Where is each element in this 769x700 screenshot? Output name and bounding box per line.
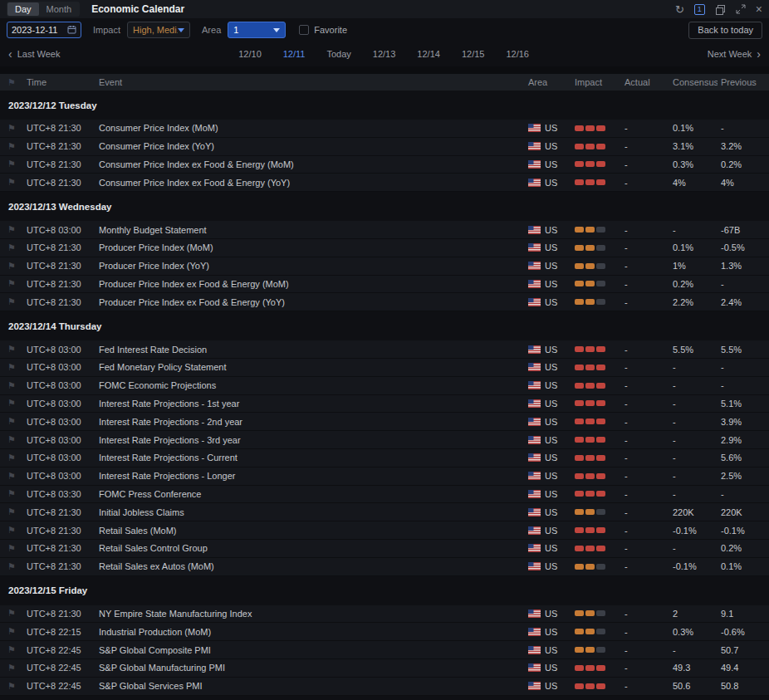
bookmark-icon[interactable]: ⚑ (7, 225, 16, 234)
week-day-12-13[interactable]: 12/13 (373, 49, 396, 59)
tab-day[interactable]: Day (7, 2, 39, 16)
event-row[interactable]: ⚑UTC+8 03:30FOMC Press ConferenceUS--- (0, 486, 769, 504)
week-day-today[interactable]: Today (326, 49, 350, 59)
last-week-button[interactable]: ‹ Last Week (8, 47, 60, 61)
bookmark-icon[interactable]: ⚑ (7, 262, 16, 271)
event-time: UTC+8 03:00 (23, 417, 96, 427)
impact-indicator (575, 125, 618, 131)
bookmark-icon[interactable]: ⚑ (7, 399, 16, 408)
event-row[interactable]: ⚑UTC+8 21:30Retail Sales ex Autos (MoM)U… (0, 558, 769, 576)
bookmark-icon[interactable]: ⚑ (7, 526, 16, 535)
event-area: US (528, 261, 568, 271)
refresh-icon[interactable]: ↻ (675, 3, 684, 16)
bookmark-icon[interactable]: ⚑ (7, 159, 16, 169)
bookmark-icon[interactable]: ⚑ (7, 507, 16, 516)
bookmark-icon[interactable]: ⚑ (7, 663, 16, 673)
bookmark-icon[interactable]: ⚑ (7, 489, 16, 498)
bookmark-icon[interactable]: ⚑ (7, 627, 16, 636)
impact-indicator (575, 491, 618, 497)
bookmark-icon[interactable]: ⚑ (7, 609, 16, 618)
event-row[interactable]: ⚑UTC+8 03:00Fed Monetary Policy Statemen… (0, 359, 769, 377)
event-row[interactable]: ⚑UTC+8 21:30Consumer Price Index (YoY)US… (0, 138, 769, 156)
area-dropdown[interactable]: 1 (228, 22, 286, 38)
expand-icon[interactable] (736, 4, 746, 14)
bookmark-icon[interactable]: ⚑ (7, 544, 16, 553)
bookmark-icon[interactable]: ⚑ (7, 682, 16, 691)
week-day-tabs: 12/1012/11Today12/1312/1412/1512/16 (60, 49, 707, 59)
actual-value: - (621, 297, 669, 307)
tab-month[interactable]: Month (39, 2, 80, 16)
week-day-12-14[interactable]: 12/14 (417, 49, 440, 59)
event-row[interactable]: ⚑UTC+8 03:00Monthly Budget StatementUS--… (0, 221, 769, 239)
bookmark-icon[interactable]: ⚑ (7, 472, 16, 481)
event-row[interactable]: ⚑UTC+8 21:30Initial Jobless ClaimsUS-220… (0, 503, 769, 521)
bookmark-icon[interactable]: ⚑ (7, 363, 16, 372)
bookmark-icon[interactable]: ⚑ (7, 645, 16, 654)
previous-value: - (718, 380, 769, 390)
event-row[interactable]: ⚑UTC+8 03:00Interest Rate Projections - … (0, 431, 769, 449)
actual-value: - (621, 242, 669, 252)
event-time: UTC+8 21:30 (23, 261, 96, 271)
checkbox-box[interactable] (299, 25, 309, 35)
event-time: UTC+8 21:30 (23, 609, 96, 619)
back-to-today-button[interactable]: Back to today (688, 22, 762, 39)
next-week-button[interactable]: Next Week › (708, 47, 761, 61)
consensus-value: - (669, 645, 718, 655)
event-row[interactable]: ⚑UTC+8 03:00Fed Interest Rate DecisionUS… (0, 340, 769, 359)
date-picker[interactable]: 2023-12-11 (7, 22, 81, 38)
event-row[interactable]: ⚑UTC+8 21:30Consumer Price Index (MoM)US… (0, 120, 769, 138)
bookmark-icon[interactable]: ⚑ (7, 142, 16, 151)
event-row[interactable]: ⚑UTC+8 21:30Retail Sales (MoM)US--0.1%-0… (0, 521, 769, 540)
favorite-checkbox[interactable]: Favorite (299, 25, 347, 35)
event-row[interactable]: ⚑UTC+8 22:15Industrial Production (MoM)U… (0, 623, 769, 641)
bookmark-icon[interactable]: ⚑ (7, 345, 16, 354)
area-code: US (545, 380, 557, 390)
week-day-12-16[interactable]: 12/16 (506, 49, 529, 59)
week-day-12-10[interactable]: 12/10 (238, 49, 262, 59)
bookmark-icon[interactable]: ⚑ (7, 243, 16, 252)
event-row[interactable]: ⚑UTC+8 21:30Producer Price Index (YoY)US… (0, 257, 769, 276)
week-day-12-11[interactable]: 12/11 (283, 49, 306, 59)
bookmark-icon[interactable]: ⚑ (7, 381, 16, 390)
event-area: US (528, 681, 568, 691)
event-area: US (528, 609, 568, 619)
event-time: UTC+8 21:30 (23, 141, 96, 151)
table-header: ⚑ Time Event Area Impact Actual Consensu… (0, 74, 769, 91)
bookmark-icon[interactable]: ⚑ (7, 178, 16, 187)
col-event: Event (96, 77, 525, 87)
event-row[interactable]: ⚑UTC+8 21:30Retail Sales Control GroupUS… (0, 540, 769, 558)
bookmark-icon[interactable]: ⚑ (7, 453, 16, 463)
panel-layout-icon[interactable]: 1 (694, 4, 705, 15)
us-flag-icon (528, 453, 541, 462)
event-row[interactable]: ⚑UTC+8 21:30Producer Price Index ex Food… (0, 293, 769, 311)
event-row[interactable]: ⚑UTC+8 03:00Interest Rate Projections - … (0, 395, 769, 414)
consensus-value: 0.2% (669, 279, 718, 289)
bookmark-icon[interactable]: ⚑ (7, 279, 16, 288)
close-icon[interactable]: × (756, 2, 762, 16)
consensus-value: - (669, 417, 718, 427)
bookmark-icon[interactable]: ⚑ (7, 435, 16, 444)
event-row[interactable]: ⚑UTC+8 03:00Interest Rate Projections - … (0, 449, 769, 467)
event-row[interactable]: ⚑UTC+8 21:30Producer Price Index (MoM)US… (0, 239, 769, 257)
event-row[interactable]: ⚑UTC+8 03:00Interest Rate Projections - … (0, 413, 769, 431)
event-name: Retail Sales ex Autos (MoM) (96, 561, 525, 571)
event-row[interactable]: ⚑UTC+8 03:00FOMC Economic ProjectionsUS-… (0, 377, 769, 395)
event-row[interactable]: ⚑UTC+8 22:45S&P Global Manufacturing PMI… (0, 659, 769, 678)
event-row[interactable]: ⚑UTC+8 22:45S&P Global Composite PMIUS--… (0, 641, 769, 659)
impact-dropdown[interactable]: High, Medi... (127, 22, 190, 38)
event-row[interactable]: ⚑UTC+8 21:30Consumer Price Index ex Food… (0, 156, 769, 174)
us-flag-icon (528, 682, 541, 690)
popout-window-icon[interactable] (715, 4, 726, 15)
bookmark-icon[interactable]: ⚑ (7, 124, 16, 133)
event-row[interactable]: ⚑UTC+8 03:00Interest Rate Projections - … (0, 467, 769, 486)
bookmark-icon[interactable]: ⚑ (7, 562, 16, 571)
event-row[interactable]: ⚑UTC+8 22:45S&P Global Services PMIUS-50… (0, 678, 769, 696)
impact-indicator (575, 281, 618, 286)
bookmark-icon[interactable]: ⚑ (7, 297, 16, 306)
event-table: 2023/12/12 Tuesday⚑UTC+8 21:30Consumer P… (0, 91, 769, 700)
event-row[interactable]: ⚑UTC+8 21:30Producer Price Index ex Food… (0, 276, 769, 294)
event-row[interactable]: ⚑UTC+8 21:30Consumer Price Index ex Food… (0, 174, 769, 192)
bookmark-icon[interactable]: ⚑ (7, 417, 16, 426)
event-row[interactable]: ⚑UTC+8 21:30NY Empire State Manufacturin… (0, 605, 769, 624)
week-day-12-15[interactable]: 12/15 (462, 49, 485, 59)
